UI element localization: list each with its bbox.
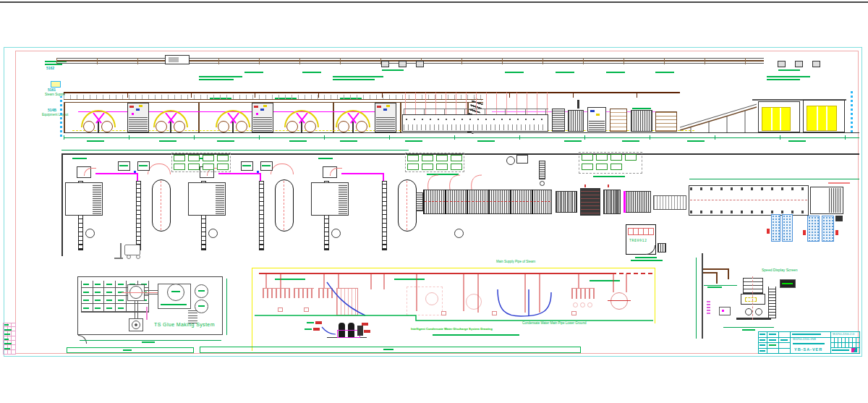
tb-divider [758,342,790,343]
paper-roll [174,121,185,132]
paper-roll [101,121,113,132]
slitter-scorer [568,110,584,132]
tb-series-code: YB-SA-VER [794,347,822,352]
paper-roll-plan [398,179,417,232]
stack-gap [817,106,818,130]
caption-bar [593,176,625,177]
blower-circle [506,156,515,165]
roll-centerline [407,181,407,230]
small-circle [580,302,585,307]
bag-label [106,284,112,285]
note-bar [199,79,234,80]
bag-label [106,307,112,309]
unit-detail [590,110,595,112]
tb-text-bar [792,334,821,335]
bag-label [95,284,101,285]
steam-main-pipe [259,273,612,274]
machine-base [736,318,771,320]
note-bar [333,79,375,80]
note-bar [318,158,333,159]
dim-text-bar [123,349,132,351]
paper-roll [305,121,316,132]
rail-hangers [56,58,764,64]
slitter-plan [580,188,600,216]
facer-detail [129,106,134,108]
steam-main-dashed [612,273,652,274]
dim-text-bar [289,140,307,142]
caption-bar [631,260,663,261]
forklift-fork [114,258,123,259]
boundary-line [655,268,655,323]
section-dividers [423,190,552,214]
stand-hatch [216,184,224,214]
bag-label [118,300,124,301]
facer-detail [377,106,381,108]
bag-label [106,300,112,301]
bag-label [83,307,89,309]
roll-centerline [284,181,284,230]
facer-detail [132,113,134,115]
label-bar [139,165,148,166]
bag-label [83,292,89,293]
tank-label [171,291,180,292]
tb-doc-no: WJ250-2200-2-D [833,333,854,336]
piping-caption: Intelligent Condensate Water Discharge S… [411,328,493,331]
flag-note [305,328,312,330]
chip [174,164,185,170]
tb-text-bar [760,334,765,335]
splice-line [383,173,384,181]
facer-detail [136,109,140,111]
facer-detail [256,113,258,115]
dim-text-bar [788,140,806,142]
red-marker [803,230,806,235]
dim-text-bar [707,287,722,288]
rev-entry-bar [4,324,9,326]
facer-detail [383,109,387,111]
control-room-code: TRE0912 [629,239,647,243]
facer-detail [386,105,390,107]
column-circle [331,229,341,238]
chip [422,155,433,161]
magenta-edge [624,191,626,213]
chip [422,164,433,170]
facer-hatch [253,117,272,131]
note-bar [333,76,383,77]
hanging-cabinet [778,61,786,67]
chip [407,164,419,170]
dim-text-bar [217,140,234,142]
preheater-group [318,288,333,298]
housing-label [161,304,187,305]
bag-label [95,307,101,309]
tb-model: WJ250-2200-1NB [793,338,816,341]
rpm-note [828,182,850,184]
dim-line [689,179,859,179]
stack-gap [771,108,773,130]
label-bar [119,165,128,166]
red-flag [313,328,320,331]
legend-chip [51,81,61,88]
company-logo [851,348,857,352]
rotary-shear [552,109,565,132]
conveyor-rail [136,181,141,250]
pallet-stack [782,214,793,242]
chip [451,164,462,170]
chip [582,154,593,161]
hanging-cabinet [416,61,424,67]
preheater-group [263,288,290,298]
stand-post [301,122,302,132]
rev-entry-bar [4,343,12,344]
label-bar [262,165,271,166]
rev-entry-bar [4,339,9,340]
layout-code-label: 514B [48,109,56,113]
centerline [608,300,631,301]
tb-text-bar [760,344,765,346]
bag-label [118,307,124,309]
roll-centerline [161,181,161,230]
hanging-cabinet [381,61,389,67]
note-bar [382,69,404,71]
flag-note [307,322,314,323]
trap-pump [571,311,576,315]
conveyor-centerline [690,200,807,200]
wall-line [702,253,703,339]
forklift-mast [120,243,122,259]
